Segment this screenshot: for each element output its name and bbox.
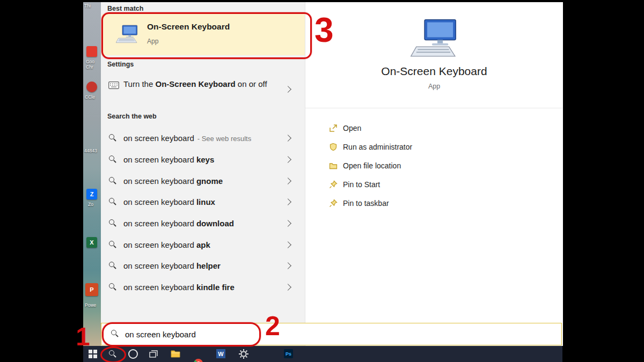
screen: Thi Goo Chr CCle 44843 Z Zo X P Powe Bes… (0, 0, 644, 362)
suggestion-bold: gnome (196, 176, 223, 186)
annotation-number-3: 3 (314, 13, 334, 47)
search-icon (109, 283, 116, 291)
desktop-label: Powe (85, 302, 96, 308)
search-icon (109, 262, 116, 269)
admin-shield-icon (329, 143, 338, 151)
search-icon (109, 198, 116, 205)
web-suggestion-row[interactable]: on screen keyboard linux (101, 193, 305, 212)
chevron-right-icon (284, 284, 291, 291)
action-pin-to-start[interactable]: Pin to Start (329, 178, 544, 193)
settings-item-text-pre: Turn the (123, 79, 155, 88)
taskbar: W Ps (83, 346, 562, 362)
annotation-box-best-match (101, 12, 312, 59)
chevron-right-icon (284, 156, 291, 163)
folder-location-icon (329, 161, 338, 170)
action-run-as-administrator[interactable]: Run as administrator (329, 140, 544, 155)
start-button-windows-icon[interactable] (89, 350, 97, 358)
desktop-label: Chr (86, 64, 93, 70)
settings-item-text-bold: On-Screen Keyboard (155, 79, 235, 88)
chrome-icon[interactable] (194, 359, 203, 362)
search-icon (109, 177, 116, 184)
suggestion-text: on screen keyboard (123, 155, 196, 164)
chevron-right-icon (284, 220, 291, 227)
desktop-label: CCle (85, 94, 95, 100)
ccleaner-desktop-icon[interactable] (86, 82, 97, 92)
suggestion-bold: apk (196, 240, 210, 249)
result-detail-pane: On-Screen Keyboard App Open Run as admin… (305, 2, 563, 346)
detail-divider (305, 108, 562, 108)
action-label: Pin to taskbar (343, 199, 389, 208)
suggestion-text: on screen keyboard (123, 134, 194, 143)
annotation-number-2: 2 (265, 313, 280, 339)
zalo-desktop-icon[interactable]: Z (86, 189, 97, 200)
action-open-file-location[interactable]: Open file location (329, 159, 544, 174)
suggestion-text: on screen keyboard (123, 176, 196, 186)
powerpoint-desktop-icon[interactable]: P (85, 283, 98, 296)
chevron-right-icon (284, 262, 291, 269)
cortana-icon[interactable] (128, 349, 138, 359)
annotation-number-1: 1 (76, 324, 90, 350)
action-label: Open (343, 124, 361, 132)
web-suggestion-label: on screen keyboard kindle fire (123, 283, 235, 292)
web-suggestion-row[interactable]: on screen keyboard download (101, 214, 305, 233)
chrome-desktop-icon[interactable] (86, 46, 97, 57)
web-suggestion-row[interactable]: on screen keyboard keys (101, 150, 305, 169)
desktop-label: Goo (86, 59, 94, 64)
suggestion-text: on screen keyboard (123, 197, 196, 206)
web-suggestion-row[interactable]: on screen keyboard apk (101, 235, 305, 255)
desktop-label: Zo (88, 202, 93, 207)
search-the-web-header: Search the web (107, 113, 157, 120)
web-suggestion-row[interactable]: on screen keyboard helper (101, 256, 305, 276)
suggestion-bold: kindle fire (196, 283, 235, 292)
photoshop-icon[interactable]: Ps (284, 349, 293, 358)
suggestion-bold: download (196, 219, 234, 228)
search-icon (109, 219, 116, 227)
web-suggestion-label: on screen keyboard- See web results (123, 134, 251, 143)
pin-icon (329, 180, 338, 189)
onscreen-keyboard-app-icon-large (410, 18, 459, 59)
action-open[interactable]: Open (329, 121, 544, 136)
web-suggestion-row[interactable]: on screen keyboard kindle fire (101, 278, 305, 297)
web-suggestion-row[interactable]: on screen keyboard- See web results (101, 129, 305, 148)
web-suggestion-label: on screen keyboard linux (123, 197, 215, 206)
desktop-label: 44843 (84, 148, 97, 153)
suggestion-bold: keys (196, 155, 214, 164)
excel-desktop-icon[interactable]: X (86, 237, 97, 248)
task-view-icon[interactable] (149, 349, 158, 359)
suggestion-text: on screen keyboard (123, 240, 196, 249)
word-icon[interactable]: W (216, 349, 225, 358)
search-icon (109, 156, 116, 163)
suggestion-bold: helper (196, 261, 221, 270)
action-pin-to-taskbar[interactable]: Pin to taskbar (329, 196, 544, 211)
desktop-background: Thi Goo Chr CCle 44843 Z Zo X P Powe (83, 2, 101, 346)
detail-title: On-Screen Keyboard (305, 65, 563, 78)
web-suggestion-label: on screen keyboard apk (123, 240, 210, 249)
pin-icon (329, 199, 338, 208)
settings-item-osk-toggle[interactable]: Turn the On-Screen Keyboard on or off (101, 74, 305, 107)
settings-item-text-post: on or off (236, 79, 267, 88)
settings-item-label: Turn the On-Screen Keyboard on or off (123, 78, 273, 90)
settings-gear-icon[interactable] (238, 349, 249, 359)
web-suggestion-row[interactable]: on screen keyboard gnome (101, 172, 305, 191)
annotation-circle-taskbar-search (100, 346, 126, 362)
suggestion-bold: linux (196, 197, 215, 206)
action-label: Run as administrator (343, 143, 412, 151)
action-label: Pin to Start (343, 180, 380, 189)
suggestion-text: on screen keyboard (123, 219, 196, 228)
keyboard-icon (108, 82, 119, 89)
best-match-header: Best match (107, 5, 143, 12)
file-explorer-icon[interactable] (171, 350, 180, 358)
chevron-right-icon (284, 135, 291, 142)
action-label: Open file location (343, 161, 401, 170)
suggestion-note: - See web results (197, 135, 251, 143)
chevron-right-icon (284, 241, 291, 248)
chevron-right-icon (284, 198, 291, 205)
chevron-right-icon (284, 86, 291, 93)
detail-subtitle: App (305, 83, 563, 90)
desktop-label: Thi (84, 3, 91, 9)
open-icon (329, 124, 338, 132)
search-icon (109, 241, 116, 248)
web-suggestion-label: on screen keyboard helper (123, 261, 221, 270)
settings-header: Settings (107, 61, 134, 68)
annotation-box-search-input (102, 322, 261, 346)
